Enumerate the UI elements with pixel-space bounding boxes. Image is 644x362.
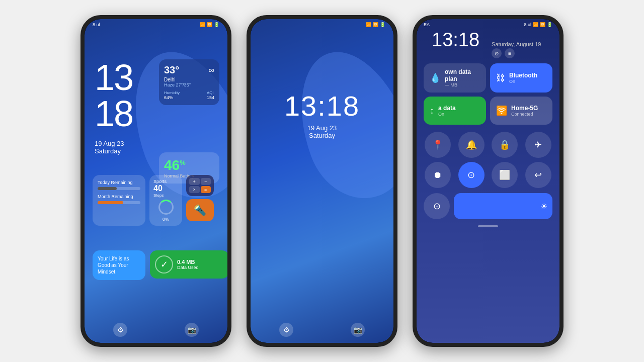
cc-menu-icon[interactable]: ≡ xyxy=(505,48,515,58)
data-amount: 0.4 MB xyxy=(177,259,199,265)
weather-stats: Humidity 64% AQI 154 xyxy=(164,90,214,100)
data-plan-icon: 💧 xyxy=(430,72,441,83)
lock-date: 19 Aug 23 xyxy=(284,124,360,132)
cc-tile-mobile-data[interactable]: ↕ a data On xyxy=(424,97,486,125)
cc-copy-btn[interactable]: ⬜ xyxy=(492,162,518,188)
cc-translate-btn[interactable]: ↩ xyxy=(525,162,551,188)
status-signal: 8.ul xyxy=(93,22,100,27)
mobile-data-icon: ↕ xyxy=(430,106,434,116)
data-icon: ✓ xyxy=(155,255,173,274)
widget-row: Today Remaining Month Remaining Spo xyxy=(93,175,227,226)
cc-record-btn[interactable]: ⏺ xyxy=(425,162,451,188)
battery-percent: 46% xyxy=(164,157,214,173)
motivational-text: Your Life is as Good as Your Mindset. xyxy=(98,256,129,275)
weather-city: Delhi xyxy=(164,77,214,82)
cc-tile-wifi[interactable]: 🛜 Home-5G Connected xyxy=(490,97,552,125)
cc-status-bar: EA 8.ul 📶🛜🔋 xyxy=(417,19,559,30)
motivational-widget: Your Life is as Good as Your Mindset. xyxy=(93,250,145,280)
lock-home-button[interactable]: ⚙ xyxy=(279,323,293,337)
lock-day: Saturday xyxy=(284,132,360,139)
home-clock: 13 18 xyxy=(95,59,133,132)
calc-multiply[interactable]: × xyxy=(189,186,200,193)
remaining-widget: Today Remaining Month Remaining xyxy=(93,175,145,226)
cc-icon-grid-1: 📍 🔔 🔒 ✈ xyxy=(417,132,559,158)
status-icons: 📶🛜🔋 xyxy=(200,22,219,27)
bottom-bar-1: ⚙ 📷 xyxy=(85,323,227,337)
cc-settings-icon[interactable]: ⊙ xyxy=(492,48,502,58)
sports-steps: 40 xyxy=(153,184,178,193)
home-button[interactable]: ⚙ xyxy=(113,323,127,337)
calc-plus[interactable]: + xyxy=(189,178,200,185)
cc-tiles: 💧 own data plan — MB ⛓ Bluetooth On ↕ xyxy=(417,58,559,130)
mini-widgets: + − × = 🔦 xyxy=(186,175,214,226)
clock-hour: 13 xyxy=(95,59,133,96)
sports-pct: 0% xyxy=(153,217,178,222)
weather-temp: 33° xyxy=(164,64,179,76)
sports-circle xyxy=(158,200,174,215)
clock-minute: 18 xyxy=(95,96,133,132)
cc-flashlight-btn[interactable]: ⊙ xyxy=(424,193,450,219)
home-screen-bg: 8.ul 📶🛜🔋 13 18 19 Aug 23 Saturday 33° ∞ xyxy=(85,19,227,343)
cc-brightness-row: ⊙ ☀ xyxy=(424,193,552,219)
month-remaining: Month Remaining xyxy=(98,194,140,204)
camera-button[interactable]: 📷 xyxy=(185,323,199,337)
torch-widget[interactable]: 🔦 xyxy=(186,199,214,221)
phone-2: 📶🛜🔋 13:18 19 Aug 23 Saturday ⚙ 📷 xyxy=(247,15,397,347)
cc-tile-data-plan[interactable]: 💧 own data plan — MB xyxy=(424,63,486,93)
lock-bottom-bar: ⚙ 📷 xyxy=(251,323,393,337)
sports-title: Sports xyxy=(153,179,178,184)
home-indicator-3 xyxy=(478,225,498,227)
cc-notification-btn[interactable]: 🔔 xyxy=(458,132,485,158)
calc-equals[interactable]: = xyxy=(201,186,211,193)
weather-icon: ∞ xyxy=(209,66,214,75)
wifi-icon: 🛜 xyxy=(496,105,507,116)
lock-camera-button[interactable]: 📷 xyxy=(351,323,365,337)
brightness-icon: ☀ xyxy=(540,202,547,211)
cc-location-btn[interactable]: 📍 xyxy=(425,132,451,158)
lock-screen-bg: 📶🛜🔋 13:18 19 Aug 23 Saturday ⚙ 📷 xyxy=(251,19,393,343)
home-date: 19 Aug 23 Saturday xyxy=(95,140,124,155)
status-bar-2: 📶🛜🔋 xyxy=(251,19,393,30)
data-label: Data Used xyxy=(177,265,199,270)
cc-icon-grid-2: ⏺ ⊙ ⬜ ↩ xyxy=(417,158,559,188)
today-remaining: Today Remaining xyxy=(98,180,140,190)
control-center-bg: EA 8.ul 📶🛜🔋 13:18 Saturday, August 19 ⊙ … xyxy=(417,19,559,343)
lock-time: 13:18 xyxy=(284,89,360,122)
torch-icon: 🔦 xyxy=(194,204,206,216)
bluetooth-icon: ⛓ xyxy=(496,73,505,83)
cc-time: 13:18 xyxy=(424,30,488,49)
weather-desc: Haze 27°/35° xyxy=(164,82,214,87)
status-bar-1: 8.ul 📶🛜🔋 xyxy=(85,19,227,30)
phone-1: 8.ul 📶🛜🔋 13 18 19 Aug 23 Saturday 33° ∞ xyxy=(80,15,231,347)
sports-widget: Sports 40 Steps 0% xyxy=(149,175,182,226)
calc-minus[interactable]: − xyxy=(201,178,211,185)
sports-unit: Steps xyxy=(153,193,178,198)
cc-date: Saturday, August 19 xyxy=(492,41,541,47)
phone-3: EA 8.ul 📶🛜🔋 13:18 Saturday, August 19 ⊙ … xyxy=(413,15,564,347)
cc-screen-lock-btn[interactable]: 🔒 xyxy=(492,132,518,158)
cc-tile-bluetooth[interactable]: ⛓ Bluetooth On xyxy=(490,63,552,93)
calculator-widget[interactable]: + − × = xyxy=(186,175,214,196)
weather-widget: 33° ∞ Delhi Haze 27°/35° Humidity 64% AQ… xyxy=(159,59,219,105)
cc-airplane-btn[interactable]: ✈ xyxy=(525,132,551,158)
cc-brightness-slider[interactable]: ☀ xyxy=(454,193,552,219)
lock-clock: 13:18 19 Aug 23 Saturday xyxy=(284,89,360,139)
cc-carrier: EA xyxy=(424,22,430,27)
cc-focus-btn[interactable]: ⊙ xyxy=(458,162,485,188)
data-usage-widget: ✓ 0.4 MB Data Used xyxy=(150,250,227,279)
